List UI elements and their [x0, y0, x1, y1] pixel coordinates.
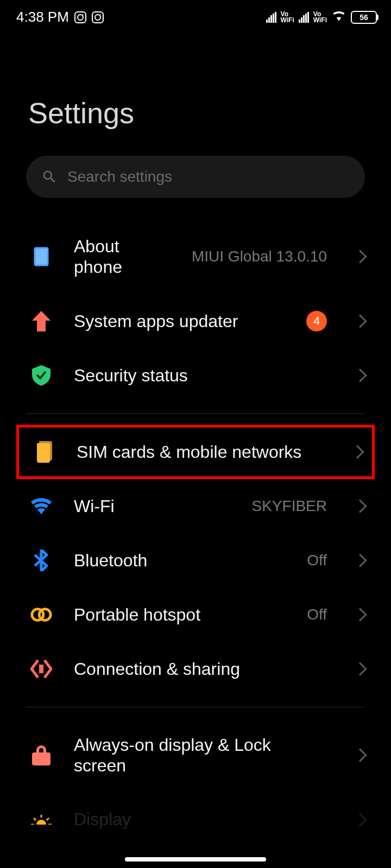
about-phone-row[interactable]: About phone MIUI Global 13.0.10: [0, 220, 391, 294]
search-input[interactable]: Search settings: [26, 156, 365, 198]
bluetooth-label: Bluetooth: [74, 550, 285, 571]
chevron-right-icon: [350, 445, 364, 458]
svg-rect-1: [36, 249, 47, 264]
wifi-label: Wi-Fi: [74, 496, 230, 516]
section-divider: [26, 707, 365, 707]
security-status-row[interactable]: Security status: [0, 348, 391, 403]
about-phone-value: MIUI Global 13.0.10: [192, 248, 327, 265]
signal-icon: [299, 12, 309, 23]
chevron-right-icon: [353, 250, 367, 264]
instagram-notification-icon: [92, 11, 104, 23]
bluetooth-value: Off: [307, 552, 327, 569]
hotspot-label: Portable hotspot: [74, 604, 285, 625]
display-label: Display: [74, 809, 327, 829]
page-title: Settings: [0, 31, 391, 130]
lock-icon: [30, 744, 52, 766]
aod-lockscreen-row[interactable]: Always-on display & Lock screen: [0, 718, 391, 793]
search-icon: [41, 169, 58, 185]
sim-label: SIM cards & mobile networks: [77, 442, 324, 462]
status-time: 4:38 PM: [16, 9, 69, 25]
home-indicator[interactable]: [125, 857, 266, 861]
wifi-icon: [30, 495, 52, 517]
hotspot-value: Off: [307, 606, 327, 623]
svg-point-5: [36, 820, 46, 825]
chevron-right-icon: [353, 608, 367, 621]
svg-rect-4: [39, 665, 43, 673]
vowifi-icon: VoWiFi: [281, 11, 294, 23]
hotspot-icon: [30, 604, 52, 626]
svg-line-8: [47, 818, 49, 820]
updater-label: System apps updater: [74, 311, 285, 331]
chevron-right-icon: [353, 314, 367, 328]
connection-sharing-icon: [30, 658, 52, 680]
display-row[interactable]: Display: [0, 793, 391, 831]
brightness-icon: [30, 809, 52, 831]
chevron-right-icon: [353, 748, 367, 762]
sim-card-icon: [33, 441, 55, 463]
about-phone-label: About phone: [74, 236, 170, 278]
svg-line-7: [34, 818, 36, 820]
wifi-icon: [331, 8, 346, 27]
system-apps-updater-row[interactable]: System apps updater 4: [0, 294, 391, 348]
search-placeholder: Search settings: [67, 168, 172, 186]
chevron-right-icon: [353, 662, 367, 675]
aod-label: Always-on display & Lock screen: [74, 735, 327, 776]
connection-sharing-row[interactable]: Connection & sharing: [0, 642, 391, 696]
svg-point-3: [39, 609, 51, 620]
vowifi-icon: VoWiFi: [313, 11, 327, 23]
wifi-value: SKYFIBER: [252, 497, 327, 515]
signal-icon: [266, 12, 276, 23]
instagram-notification-icon: [74, 11, 86, 23]
bluetooth-icon: [30, 550, 52, 571]
sim-cards-row[interactable]: SIM cards & mobile networks: [16, 425, 375, 479]
wifi-row[interactable]: Wi-Fi SKYFIBER: [0, 479, 391, 533]
status-bar: 4:38 PM VoWiFi VoWiFi 56: [0, 0, 391, 31]
hotspot-row[interactable]: Portable hotspot Off: [0, 588, 391, 642]
shield-check-icon: [30, 365, 52, 386]
section-divider: [26, 413, 365, 414]
phone-icon: [30, 246, 52, 267]
chevron-right-icon: [353, 368, 367, 382]
battery-icon: 56: [351, 11, 377, 24]
chevron-right-icon: [353, 813, 367, 826]
connection-label: Connection & sharing: [74, 659, 327, 679]
chevron-right-icon: [353, 553, 367, 567]
security-label: Security status: [74, 365, 327, 386]
chevron-right-icon: [353, 499, 367, 513]
update-badge: 4: [306, 311, 327, 331]
bluetooth-row[interactable]: Bluetooth Off: [0, 533, 391, 588]
update-arrow-icon: [30, 310, 52, 332]
